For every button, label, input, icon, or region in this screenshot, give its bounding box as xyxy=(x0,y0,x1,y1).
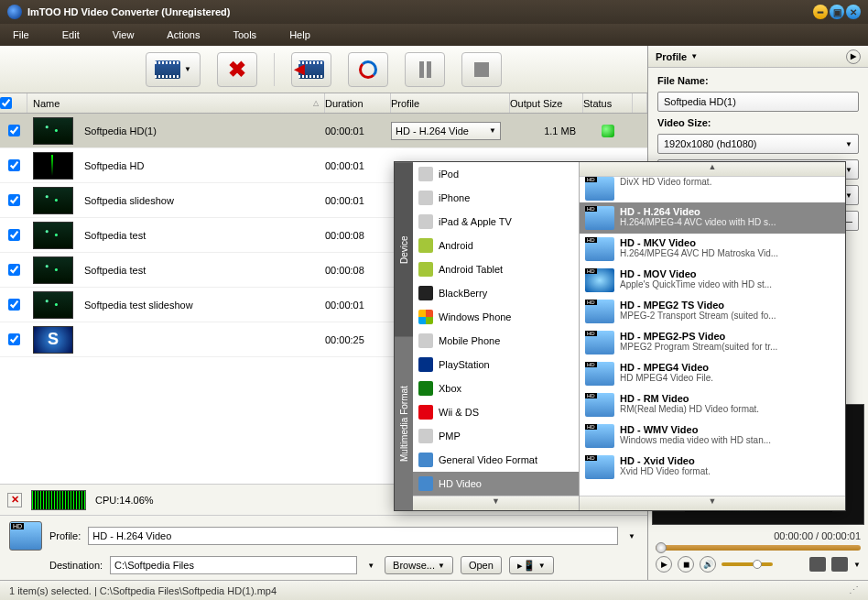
row-checkbox[interactable] xyxy=(8,229,20,241)
pause-button[interactable] xyxy=(405,52,445,87)
menu-view[interactable]: View xyxy=(113,29,135,40)
device-item[interactable]: BlackBerry xyxy=(413,281,579,305)
list-header: Name△ Duration Profile Output Size Statu… xyxy=(0,93,647,114)
playstation-icon xyxy=(418,357,433,372)
menu-help[interactable]: Help xyxy=(289,29,310,40)
export-device-button[interactable]: ▸📱▼ xyxy=(509,556,554,574)
volume-slider[interactable] xyxy=(722,562,773,566)
row-duration: 00:00:01 xyxy=(325,300,391,311)
format-item[interactable]: HD - H.264 VideoH.264/MPEG-4 AVC video w… xyxy=(580,202,845,234)
format-icon xyxy=(585,268,614,292)
table-row[interactable]: Softpedia HD(1) 00:00:01 HD - H.264 Vide… xyxy=(0,114,647,148)
format-item[interactable]: DivX HD Video format. xyxy=(580,177,845,202)
cpu-label: CPU:14.06% xyxy=(95,495,154,506)
stop-button[interactable] xyxy=(461,52,502,87)
panel-next-button[interactable]: ▶ xyxy=(846,49,861,64)
select-all-checkbox[interactable] xyxy=(0,97,12,109)
minimize-button[interactable]: ━ xyxy=(813,5,828,19)
device-item[interactable]: iPhone xyxy=(413,186,579,210)
film-icon xyxy=(155,60,180,79)
profile-field[interactable]: HD - H.264 Video xyxy=(88,527,618,545)
remove-button[interactable]: ✖ xyxy=(217,52,257,87)
stop-playback-button[interactable]: ◼ xyxy=(678,556,694,573)
col-duration[interactable]: Duration xyxy=(325,93,391,113)
device-item[interactable]: PMP xyxy=(413,424,579,448)
popup-tab-multimedia[interactable]: Multimedia Format xyxy=(395,336,413,510)
seek-slider[interactable] xyxy=(656,545,861,551)
col-name[interactable]: Name△ xyxy=(27,93,325,113)
format-icon xyxy=(585,424,614,448)
destination-dropdown-button[interactable]: ▼ xyxy=(364,562,377,570)
refresh-button[interactable] xyxy=(348,52,388,87)
menu-file[interactable]: File xyxy=(13,29,29,40)
close-button[interactable]: ✕ xyxy=(846,5,861,19)
add-file-button[interactable]: ▼ xyxy=(146,52,201,87)
play-button[interactable]: ▶ xyxy=(656,556,672,573)
format-scroll-up[interactable]: ▲ xyxy=(580,162,845,177)
titlebar[interactable]: ImTOO HD Video Converter (Unregistered) … xyxy=(0,0,868,24)
format-item[interactable]: HD - MPEG2-PS VideoMPEG2 Program Stream(… xyxy=(580,327,845,358)
open-button[interactable]: Open xyxy=(461,556,502,574)
device-item[interactable]: PlayStation xyxy=(413,353,579,376)
resize-grip-icon[interactable]: ⋰ xyxy=(849,584,859,596)
col-output[interactable]: Output Size xyxy=(510,93,583,113)
row-checkbox[interactable] xyxy=(8,333,20,345)
menu-actions[interactable]: Actions xyxy=(167,29,200,40)
menu-edit[interactable]: Edit xyxy=(62,29,80,40)
row-profile-select[interactable]: HD - H.264 Vide▼ xyxy=(391,122,501,140)
format-item[interactable]: HD - MKV VideoH.264/MPEG4 AVC HD Matrosk… xyxy=(580,234,845,265)
col-profile[interactable]: Profile xyxy=(391,93,510,113)
row-checkbox[interactable] xyxy=(8,194,20,206)
volume-button[interactable]: 🔊 xyxy=(700,556,716,573)
xbox-icon xyxy=(418,381,433,396)
snapshot-menu-button[interactable]: ▼ xyxy=(853,561,861,569)
ipad-icon xyxy=(418,214,433,229)
close-cpu-button[interactable]: ✕ xyxy=(7,493,22,507)
menu-tools[interactable]: Tools xyxy=(233,29,256,40)
row-name: Softpedia test slideshow xyxy=(79,300,325,311)
snapshot-button[interactable] xyxy=(831,557,848,572)
device-item[interactable]: Wii & DS xyxy=(413,400,579,424)
profile-popup: Device Multimedia Format iPod iPhone iPa… xyxy=(394,161,846,511)
row-checkbox[interactable] xyxy=(8,299,20,311)
thumbnail xyxy=(33,291,73,319)
format-scroll-down[interactable]: ▼ xyxy=(580,496,845,510)
profile-dropdown-button[interactable]: ▼ xyxy=(625,532,638,540)
device-item[interactable]: Android xyxy=(413,234,579,257)
blackberry-icon xyxy=(418,286,433,300)
browse-button[interactable]: Browse...▼ xyxy=(385,556,453,574)
import-button[interactable]: ◄ xyxy=(291,52,331,87)
format-item[interactable]: HD - MPEG4 VideoHD MPEG4 Video File. xyxy=(580,358,845,389)
device-item[interactable]: Windows Phone xyxy=(413,305,579,329)
device-list: iPod iPhone iPad & Apple TV Android Andr… xyxy=(413,162,579,496)
format-item[interactable]: HD - MPEG2 TS VideoMPEG-2 Transport Stre… xyxy=(580,296,845,327)
maximize-button[interactable]: ▣ xyxy=(830,5,844,19)
row-name: Softpedia HD(1) xyxy=(79,125,325,136)
destination-field[interactable]: C:\Softpedia Files xyxy=(110,556,357,574)
popup-tab-device[interactable]: Device xyxy=(395,162,413,336)
row-duration: 00:00:01 xyxy=(325,125,391,136)
row-checkbox[interactable] xyxy=(8,159,20,171)
row-checkbox[interactable] xyxy=(8,264,20,276)
profile-panel-header[interactable]: Profile▼ ▶ xyxy=(648,46,868,68)
format-item[interactable]: HD - MOV VideoApple's QuickTime video wi… xyxy=(580,265,845,296)
row-checkbox[interactable] xyxy=(8,125,20,136)
format-icon xyxy=(585,300,614,323)
device-item[interactable]: HD Video xyxy=(413,472,579,496)
crop-button[interactable] xyxy=(809,557,826,572)
col-status[interactable]: Status xyxy=(583,93,633,113)
format-item[interactable]: HD - RM VideoRM(Real Media) HD Video for… xyxy=(580,389,845,420)
device-item[interactable]: Mobile Phone xyxy=(413,329,579,353)
videosize-select[interactable]: 1920x1080 (hd1080)▼ xyxy=(657,134,859,154)
format-item[interactable]: HD - WMV VideoWindows media video with H… xyxy=(580,420,845,452)
device-item[interactable]: iPod xyxy=(413,162,579,186)
device-item[interactable]: iPad & Apple TV xyxy=(413,210,579,234)
device-item[interactable]: Xbox xyxy=(413,376,579,400)
device-item[interactable]: Android Tablet xyxy=(413,257,579,281)
filename-field[interactable]: Softpedia HD(1) xyxy=(657,92,859,112)
format-icon xyxy=(585,331,614,355)
device-scroll-down[interactable]: ▼ xyxy=(413,496,579,510)
format-item[interactable]: HD - Xvid VideoXvid HD Video format. xyxy=(580,452,845,483)
device-item[interactable]: General Video Format xyxy=(413,448,579,472)
format-icon xyxy=(585,206,614,230)
